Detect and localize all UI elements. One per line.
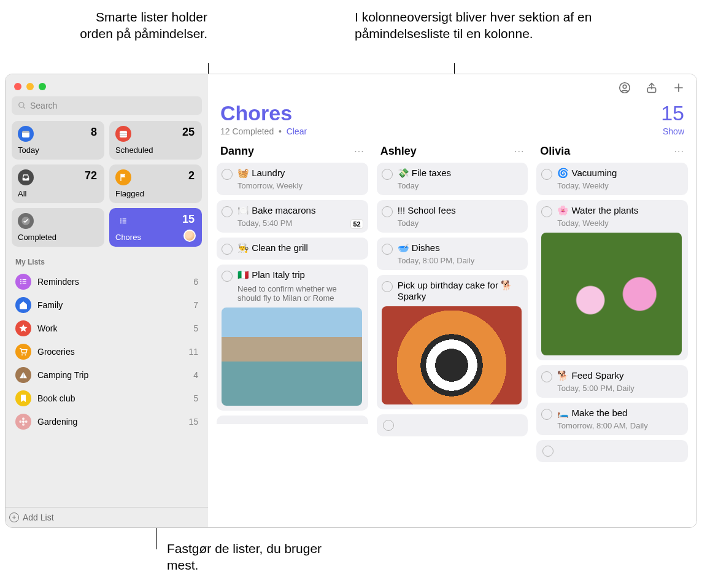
- reminder-card[interactable]: Pick up birthday cake for 🐕 Sparky: [377, 275, 528, 409]
- home-icon: [15, 297, 31, 313]
- reminder-subtitle: Today, 5:40 PM: [237, 219, 362, 228]
- svg-rect-18: [23, 281, 26, 282]
- reminder-subtitle: Today: [398, 181, 522, 190]
- list-row-gardening[interactable]: Gardening15: [12, 410, 202, 433]
- column-menu-icon[interactable]: ···: [674, 146, 684, 157]
- show-completed-button[interactable]: Show: [663, 126, 684, 136]
- minimize-button[interactable]: [26, 83, 34, 90]
- share-icon[interactable]: [645, 81, 658, 95]
- reminder-title: Pick up birthday cake for 🐕 Sparky: [398, 280, 522, 301]
- smart-list-flagged[interactable]: 2Flagged: [109, 164, 202, 203]
- reminder-card[interactable]: 🥣 DishesToday, 8:00 PM, Daily: [377, 238, 528, 270]
- complete-toggle[interactable]: [383, 420, 394, 431]
- list-count: 15: [188, 417, 198, 427]
- complete-toggle[interactable]: [541, 409, 552, 420]
- list-row-family[interactable]: Family7: [12, 293, 202, 317]
- callout-top-right: I kolonneoversigt bliver hver sektion af…: [355, 9, 612, 42]
- reminder-title: 🍽️ Bake macarons: [237, 205, 315, 216]
- new-reminder-placeholder[interactable]: [536, 440, 688, 462]
- column-danny: Danny···🧺 LaundryTomorrow, Weekly🍽️ Bake…: [217, 142, 368, 521]
- complete-toggle[interactable]: [541, 371, 552, 382]
- reminder-card[interactable]: 🛏️ Make the bedTomorrow, 8:00 AM, Daily: [536, 403, 688, 435]
- my-lists-header: My Lists: [12, 254, 202, 270]
- list-count: 5: [193, 323, 198, 333]
- list-total-count: 15: [661, 101, 684, 125]
- reminder-subtitle: Today, Weekly: [557, 181, 682, 190]
- tent-icon: [15, 367, 31, 383]
- sidebar: Search 8Today25Scheduled72All2FlaggedCom…: [6, 74, 208, 527]
- tray-icon: [18, 169, 34, 185]
- smart-list-scheduled[interactable]: 25Scheduled: [109, 121, 202, 160]
- reminder-title: 🛏️ Make the bed: [557, 408, 627, 419]
- complete-toggle[interactable]: [382, 281, 393, 292]
- list-row-camping-trip[interactable]: Camping Trip4: [12, 363, 202, 387]
- smart-label: Completed: [18, 233, 98, 242]
- svg-rect-3: [22, 131, 29, 133]
- svg-point-23: [22, 417, 25, 420]
- complete-toggle[interactable]: [222, 271, 233, 282]
- column-menu-icon[interactable]: ···: [514, 146, 524, 157]
- reminder-card[interactable]: 🇮🇹 Plan Italy tripNeed to confirm whethe…: [217, 265, 368, 411]
- maximize-button[interactable]: [39, 83, 46, 90]
- reminder-card[interactable]: 👨‍🍳 Clean the grill: [217, 238, 368, 260]
- smart-count: 72: [85, 169, 97, 182]
- smart-label: Flagged: [115, 189, 196, 198]
- list-name: Gardening: [37, 417, 188, 427]
- new-reminder-placeholder[interactable]: [377, 414, 528, 436]
- list-count: 4: [193, 370, 198, 380]
- add-list-button[interactable]: + Add List: [6, 507, 208, 527]
- close-button[interactable]: [14, 83, 21, 90]
- reminder-title: 🧺 Laundry: [237, 168, 285, 179]
- list-row-reminders[interactable]: Reminders6: [12, 270, 202, 293]
- column-olivia: Olivia···🌀 VacuumingToday, Weekly🌸 Water…: [536, 142, 688, 521]
- svg-rect-11: [123, 219, 126, 219]
- complete-toggle[interactable]: [222, 206, 233, 217]
- reminder-card[interactable]: 🧺 LaundryTomorrow, Weekly: [217, 163, 368, 195]
- svg-point-0: [19, 103, 24, 107]
- reminder-card[interactable]: 🐕 Feed SparkyToday, 5:00 PM, Daily: [536, 365, 688, 398]
- smart-count: 8: [91, 126, 97, 139]
- list-name: Book club: [37, 393, 193, 403]
- complete-toggle[interactable]: [222, 169, 233, 180]
- smart-list-today[interactable]: 8Today: [12, 121, 104, 160]
- reminder-card[interactable]: 🌸 Water the plantsToday, Weekly: [536, 200, 688, 360]
- svg-point-24: [22, 424, 25, 426]
- reminder-card[interactable]: 🍽️ Bake macaronsToday, 5:40 PM52: [217, 200, 368, 233]
- smart-list-completed[interactable]: Completed: [12, 208, 104, 247]
- column-title: Ashley: [380, 145, 514, 158]
- list-row-groceries[interactable]: Groceries11: [12, 340, 202, 363]
- list-row-work[interactable]: Work5: [12, 317, 202, 340]
- list-icon: [15, 274, 31, 290]
- reminder-card[interactable]: !!! School feesToday: [377, 200, 528, 233]
- svg-rect-12: [123, 220, 126, 221]
- add-reminder-icon[interactable]: [672, 81, 685, 95]
- complete-toggle[interactable]: [541, 206, 552, 217]
- column-menu-icon[interactable]: ···: [354, 146, 364, 157]
- complete-toggle[interactable]: [222, 244, 233, 255]
- list-row-book-club[interactable]: Book club5: [12, 387, 202, 410]
- cart-icon: [15, 344, 31, 360]
- reminder-card[interactable]: 🌀 VacuumingToday, Weekly: [536, 163, 688, 195]
- complete-toggle[interactable]: [382, 244, 393, 255]
- bookmark-icon: [15, 390, 31, 406]
- list-count: 11: [188, 347, 198, 357]
- svg-rect-17: [23, 279, 26, 280]
- smart-label: All: [18, 189, 98, 198]
- reminder-title: 💸 File taxes: [398, 168, 451, 179]
- reminder-card[interactable]: 💸 File taxesToday: [377, 163, 528, 195]
- complete-toggle[interactable]: [541, 169, 552, 180]
- reminder-subtitle: Today, 5:00 PM, Daily: [557, 384, 682, 393]
- svg-point-9: [120, 220, 122, 222]
- clear-completed-button[interactable]: Clear: [287, 126, 307, 136]
- smart-list-all[interactable]: 72All: [12, 164, 104, 203]
- reminder-image: [382, 306, 522, 404]
- collaborate-icon[interactable]: [618, 81, 631, 95]
- complete-toggle[interactable]: [542, 446, 554, 457]
- smart-list-chores[interactable]: 15Chores: [109, 208, 202, 247]
- svg-point-28: [623, 85, 627, 88]
- complete-toggle[interactable]: [382, 169, 393, 180]
- complete-toggle[interactable]: [382, 206, 393, 217]
- svg-point-15: [20, 281, 21, 282]
- list-name: Family: [37, 300, 193, 310]
- search-input[interactable]: Search: [12, 96, 202, 115]
